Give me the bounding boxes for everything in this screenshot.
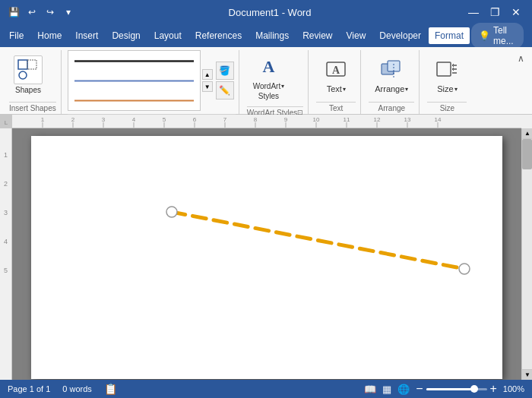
size-arrow-icon: ▾ — [454, 86, 458, 93]
text-section-label: Text — [316, 102, 356, 114]
ruler-svg: 1 2 3 4 5 6 7 8 9 10 11 12 13 14 — [12, 115, 521, 128]
read-mode-icon[interactable]: 📖 — [364, 384, 376, 395]
scroll-track — [522, 139, 532, 369]
proofing-icon[interactable]: 📋 — [104, 383, 117, 395]
insert-shapes-section: Shapes Insert Shapes — [5, 50, 62, 114]
wordart-styles-button[interactable]: A WordArt ▾ Styles — [247, 50, 291, 103]
tell-me-button[interactable]: 💡 Tell me... — [471, 23, 524, 49]
line-style-solid-orange[interactable] — [68, 90, 200, 110]
word-count: 0 words — [62, 384, 92, 393]
svg-text:12: 12 — [374, 116, 381, 123]
wordart-label: WordArt — [253, 82, 281, 90]
menu-insert[interactable]: Insert — [69, 27, 104, 44]
shape-fill-button[interactable]: 🪣 — [216, 62, 234, 80]
menu-file[interactable]: File — [3, 27, 30, 44]
shapes-button[interactable]: Shapes — [9, 52, 47, 97]
scroll-thumb[interactable] — [522, 139, 532, 169]
svg-text:4: 4 — [132, 116, 136, 123]
wordart-arrow-icon: ▾ — [281, 83, 284, 90]
save-icon[interactable]: 💾 — [6, 5, 21, 20]
scroll-up-button[interactable]: ▲ — [202, 69, 213, 80]
restore-button[interactable]: ❐ — [485, 5, 505, 20]
menu-bar: File Home Insert Design Layout Reference… — [0, 24, 532, 47]
line-preview-svg-2 — [74, 80, 194, 82]
zoom-slider-thumb[interactable] — [470, 385, 478, 393]
view-area: 1 2 3 4 5 ▲ — [0, 128, 532, 380]
scroll-down-button[interactable]: ▼ — [202, 81, 213, 92]
ribbon-collapse: ∧ — [515, 50, 527, 114]
size-button[interactable]: Size ▾ — [427, 52, 467, 96]
scroll-up-button[interactable]: ▲ — [522, 128, 532, 139]
svg-text:L: L — [5, 119, 8, 126]
menu-developer[interactable]: Developer — [373, 27, 427, 44]
line-style-list — [68, 50, 201, 111]
ruler-row: L 1 2 3 4 5 6 7 8 9 10 11 12 — [0, 115, 532, 128]
shapes-label: Shapes — [15, 86, 41, 94]
svg-text:11: 11 — [344, 116, 350, 123]
arrange-arrow-icon: ▾ — [405, 86, 408, 93]
menu-references[interactable]: References — [189, 27, 248, 44]
svg-text:3: 3 — [102, 116, 106, 123]
size-icon — [433, 55, 461, 83]
text-section: A Text ▾ Text — [312, 50, 361, 114]
collapse-ribbon-button[interactable]: ∧ — [518, 53, 524, 64]
web-layout-icon[interactable]: 🌐 — [397, 384, 410, 395]
menu-design[interactable]: Design — [106, 27, 146, 44]
arrange-button[interactable]: Arrange ▾ — [369, 52, 414, 96]
scroll-down-button[interactable]: ▼ — [522, 369, 532, 380]
lightbulb-icon: 💡 — [479, 30, 490, 41]
ruler-corner: L — [0, 115, 12, 128]
menu-review[interactable]: Review — [296, 27, 338, 44]
line-style-solid-black[interactable] — [68, 51, 200, 71]
status-bar: Page 1 of 1 0 words 📋 📖 ▦ 🌐 − + 100% — [0, 380, 532, 398]
svg-text:5: 5 — [163, 116, 166, 123]
zoom-slider-track[interactable] — [426, 388, 487, 390]
zoom-slider-fill — [426, 388, 472, 390]
line-preview-svg-1 — [74, 60, 194, 62]
print-layout-icon[interactable]: ▦ — [382, 384, 391, 395]
svg-text:6: 6 — [193, 116, 197, 123]
svg-text:14: 14 — [435, 116, 442, 123]
vertical-scrollbar[interactable]: ▲ ▼ — [521, 128, 532, 380]
app-window: 💾 ↩ ↪ ▾ Document1 - Word — ❐ ✕ File Home… — [0, 0, 532, 398]
sign-in-button[interactable]: Sign in — [527, 22, 532, 49]
svg-text:10: 10 — [313, 116, 320, 123]
zoom-minus-button[interactable]: − — [416, 382, 423, 396]
svg-rect-1 — [27, 60, 36, 69]
menu-layout[interactable]: Layout — [148, 27, 188, 44]
window-controls: — ❐ ✕ — [464, 5, 526, 20]
shape-style-colors: 🪣 ✏️ — [214, 60, 236, 101]
line-style-solid-blue[interactable] — [68, 71, 200, 90]
menu-home[interactable]: Home — [31, 27, 68, 44]
close-button[interactable]: ✕ — [506, 5, 526, 20]
menu-format[interactable]: Format — [429, 27, 470, 44]
document-area — [12, 128, 521, 380]
arrange-section-label: Arrange — [369, 102, 414, 114]
window-title: Document1 - Word — [76, 7, 464, 18]
shape-outline-button[interactable]: ✏️ — [216, 81, 234, 100]
menu-mailings[interactable]: Mailings — [249, 27, 295, 44]
minimize-button[interactable]: — — [464, 5, 483, 20]
text-label-row: Text ▾ — [327, 84, 346, 93]
arrange-icon-svg — [380, 58, 403, 81]
svg-rect-11 — [437, 62, 451, 76]
svg-text:2: 2 — [71, 116, 75, 123]
svg-point-2 — [19, 71, 27, 79]
undo-icon[interactable]: ↩ — [24, 5, 40, 20]
menu-view[interactable]: View — [340, 27, 372, 44]
zoom-plus-button[interactable]: + — [490, 382, 497, 396]
vertical-ruler: 1 2 3 4 5 — [0, 128, 12, 380]
svg-point-47 — [166, 207, 177, 217]
size-section: Size ▾ Size — [423, 50, 471, 114]
ruler-corner-svg: L — [0, 115, 12, 128]
document-canvas — [31, 136, 502, 379]
svg-rect-0 — [18, 60, 27, 69]
quick-access-dropdown-icon[interactable]: ▾ — [61, 5, 76, 20]
text-button[interactable]: A Text ▾ — [316, 52, 356, 96]
size-label: Size — [437, 84, 453, 93]
svg-rect-17 — [12, 115, 521, 128]
document-page[interactable] — [31, 136, 502, 379]
redo-icon[interactable]: ↪ — [43, 5, 58, 20]
zoom-percentage[interactable]: 100% — [503, 384, 524, 393]
line-preview-svg-3 — [74, 100, 194, 102]
